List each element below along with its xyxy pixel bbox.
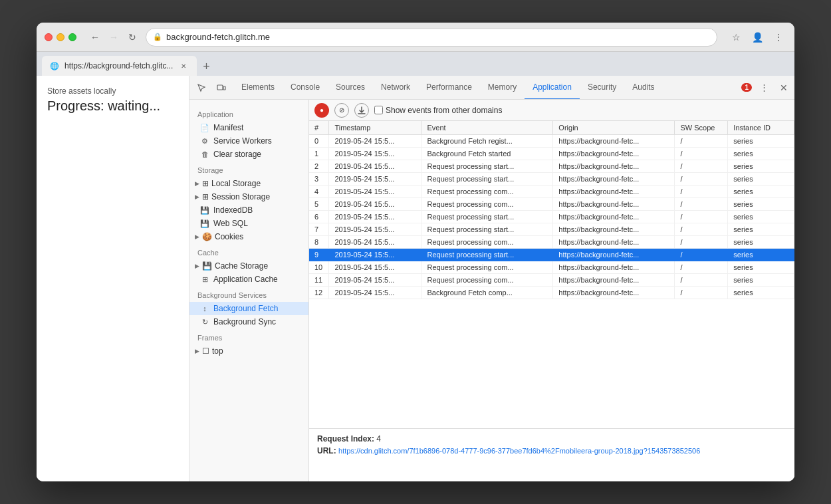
maximize-button[interactable] (68, 33, 76, 41)
tab-console[interactable]: Console (283, 76, 328, 100)
download-button[interactable] (354, 103, 369, 118)
menu-icon[interactable]: ⋮ (771, 29, 786, 45)
sidebar-item-indexeddb[interactable]: 💾 IndexedDB (189, 203, 308, 217)
close-button[interactable] (45, 33, 53, 41)
indexeddb-icon: 💾 (200, 206, 209, 215)
col-header-timestamp: Timestamp (329, 121, 421, 135)
bookmark-icon[interactable]: ☆ (728, 29, 744, 45)
bf-events-table: # Timestamp Event Origin SW Scope Instan… (309, 121, 794, 299)
col-header-sw-scope: SW Scope (675, 121, 728, 135)
sidebar-item-background-sync[interactable]: ↻ Background Sync (189, 315, 308, 328)
cookies-icon: 🍪 (202, 232, 212, 241)
stop-recording-button[interactable]: ⊘ (334, 103, 349, 118)
show-other-domains-checkbox-label[interactable]: Show events from other domains (374, 106, 502, 115)
url-label: URL: (317, 446, 336, 455)
sidebar-item-cookies[interactable]: ▶ 🍪 Cookies (189, 230, 308, 243)
expand-arrow-icon: ▶ (195, 180, 199, 187)
table-row[interactable]: 32019-05-24 15:5...Request processing st… (309, 173, 794, 186)
title-bar: ← → ↻ 🔒 background-fetch.glitch.me ☆ 👤 ⋮ (37, 23, 794, 52)
table-row[interactable]: 82019-05-24 15:5...Request processing co… (309, 236, 794, 249)
sidebar-item-frames-top[interactable]: ▶ ☐ top (189, 344, 308, 358)
frames-top-icon: ☐ (202, 346, 209, 356)
application-section-title: Application (189, 105, 308, 121)
col-header-instance-id: Instance ID (728, 121, 794, 135)
local-storage-icon: ⊞ (202, 179, 209, 188)
cache-storage-icon: 💾 (202, 261, 212, 271)
tab-close-button[interactable]: ✕ (178, 61, 189, 71)
expand-arrow-icon: ▶ (195, 193, 199, 200)
show-other-domains-checkbox[interactable] (374, 106, 383, 114)
sidebar-item-manifest[interactable]: 📄 Manifest (189, 121, 308, 134)
table-row[interactable]: 12019-05-24 15:5...Background Fetch star… (309, 148, 794, 160)
lock-icon: 🔒 (153, 33, 162, 41)
cache-section-title: Cache (189, 243, 308, 259)
device-toolbar-icon[interactable] (212, 78, 231, 97)
table-row[interactable]: 62019-05-24 15:5...Request processing st… (309, 211, 794, 223)
tab-favicon: 🌐 (50, 62, 59, 70)
traffic-lights (45, 33, 76, 41)
sidebar-item-clear-storage[interactable]: 🗑 Clear storage (189, 148, 308, 161)
table-row[interactable]: 112019-05-24 15:5...Request processing c… (309, 274, 794, 287)
reload-button[interactable]: ↻ (124, 29, 140, 45)
tab-memory[interactable]: Memory (480, 76, 525, 100)
address-bar[interactable]: 🔒 background-fetch.glitch.me (146, 28, 717, 47)
tab-security[interactable]: Security (580, 76, 624, 100)
bg-services-section-title: Background Services (189, 286, 308, 302)
expand-arrow-icon: ▶ (195, 263, 199, 269)
new-tab-button[interactable]: + (197, 57, 215, 76)
expand-arrow-icon: ▶ (195, 348, 199, 354)
session-storage-icon: ⊞ (202, 192, 209, 201)
table-row[interactable]: 22019-05-24 15:5...Request processing st… (309, 160, 794, 173)
col-header-event: Event (421, 121, 553, 135)
tab-application[interactable]: Application (525, 76, 580, 100)
manifest-icon: 📄 (200, 124, 209, 132)
devtools-close-button[interactable]: ✕ (776, 80, 792, 96)
web-sql-icon: 💾 (200, 219, 209, 228)
bf-table-body: 02019-05-24 15:5...Background Fetch regi… (309, 135, 794, 299)
tab-performance[interactable]: Performance (418, 76, 480, 100)
devtools-sidebar: Application 📄 Manifest ⚙ Service Workers… (189, 100, 309, 481)
nav-buttons: ← → ↻ (87, 29, 140, 45)
toolbar-icons: ☆ 👤 ⋮ (728, 29, 786, 45)
error-badge: 1 (741, 83, 752, 92)
table-row[interactable]: 72019-05-24 15:5...Request processing st… (309, 223, 794, 236)
table-row[interactable]: 52019-05-24 15:5...Request processing co… (309, 198, 794, 211)
table-row[interactable]: 92019-05-24 15:5...Request processing st… (309, 249, 794, 261)
inspect-element-icon[interactable] (192, 78, 211, 97)
bf-table-container[interactable]: # Timestamp Event Origin SW Scope Instan… (309, 121, 794, 428)
tab-elements[interactable]: Elements (233, 76, 283, 100)
active-tab[interactable]: 🌐 https://background-fetch.glitc... ✕ (42, 56, 197, 76)
minimize-button[interactable] (57, 33, 64, 41)
col-header-origin: Origin (553, 121, 675, 135)
record-button[interactable]: ● (314, 103, 329, 118)
service-workers-icon: ⚙ (200, 137, 209, 146)
request-index-label: Request Index: (317, 434, 374, 443)
svg-rect-0 (217, 85, 223, 90)
sidebar-item-web-sql[interactable]: 💾 Web SQL (189, 217, 308, 230)
table-row[interactable]: 02019-05-24 15:5...Background Fetch regi… (309, 135, 794, 148)
forward-button[interactable]: → (106, 29, 122, 45)
table-row[interactable]: 102019-05-24 15:5...Request processing c… (309, 261, 794, 274)
more-tabs-icon[interactable]: ⋮ (755, 78, 773, 97)
profile-icon[interactable]: 👤 (749, 29, 765, 45)
sidebar-item-application-cache[interactable]: ⊞ Application Cache (189, 273, 308, 286)
url-line: URL: https://cdn.glitch.com/7f1b6896-078… (317, 446, 786, 455)
url-value: https://cdn.glitch.com/7f1b6896-078d-477… (338, 447, 700, 455)
back-button[interactable]: ← (87, 29, 103, 45)
tab-audits[interactable]: Audits (624, 76, 662, 100)
table-row[interactable]: 42019-05-24 15:5...Request processing co… (309, 186, 794, 198)
bf-detail-panel: Request Index: 4 URL: https://cdn.glitch… (309, 428, 794, 481)
sidebar-item-service-workers[interactable]: ⚙ Service Workers (189, 134, 308, 148)
sidebar-item-background-fetch[interactable]: ↕ Background Fetch (189, 302, 308, 315)
background-sync-icon: ↻ (200, 318, 209, 326)
sidebar-item-cache-storage[interactable]: ▶ 💾 Cache Storage (189, 259, 308, 273)
store-assets-text: Store assets locally (47, 86, 178, 96)
tab-network[interactable]: Network (373, 76, 418, 100)
table-row[interactable]: 122019-05-24 15:5...Background Fetch com… (309, 287, 794, 299)
sidebar-item-local-storage[interactable]: ▶ ⊞ Local Storage (189, 177, 308, 190)
sidebar-item-session-storage[interactable]: ▶ ⊞ Session Storage (189, 190, 308, 203)
tab-sources[interactable]: Sources (328, 76, 373, 100)
storage-section-title: Storage (189, 161, 308, 177)
browser-window: ← → ↻ 🔒 background-fetch.glitch.me ☆ 👤 ⋮… (37, 23, 794, 481)
bf-toolbar: ● ⊘ Show events from other domains (309, 100, 794, 121)
